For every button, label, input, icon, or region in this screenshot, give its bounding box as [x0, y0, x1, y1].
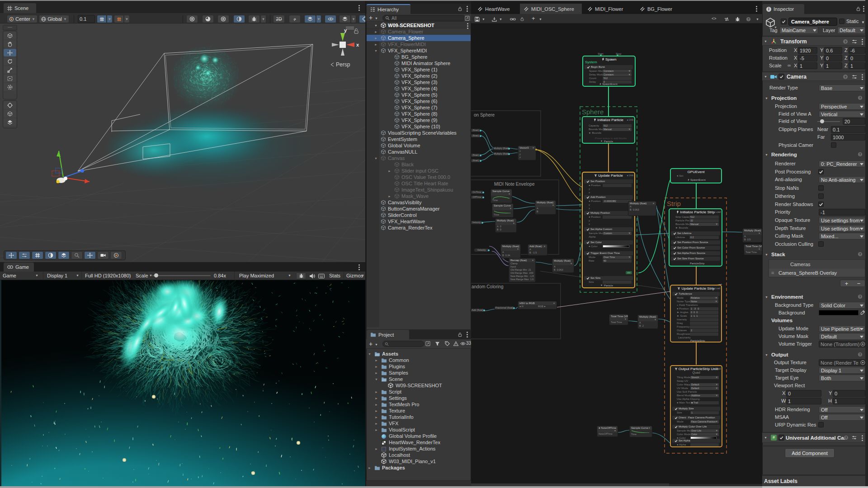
svg-text:Sphere: Sphere: [582, 108, 604, 116]
svg-text:y: y: [344, 28, 347, 33]
svg-text:Strip: Strip: [667, 200, 681, 207]
svg-text:andom Coloring: andom Coloring: [472, 284, 504, 289]
svg-text:Persp: Persp: [336, 61, 350, 68]
svg-text:MIDI Note Envelope: MIDI Note Envelope: [494, 182, 535, 187]
svg-text:on Sphere: on Sphere: [474, 113, 495, 117]
svg-text:x: x: [356, 42, 359, 47]
